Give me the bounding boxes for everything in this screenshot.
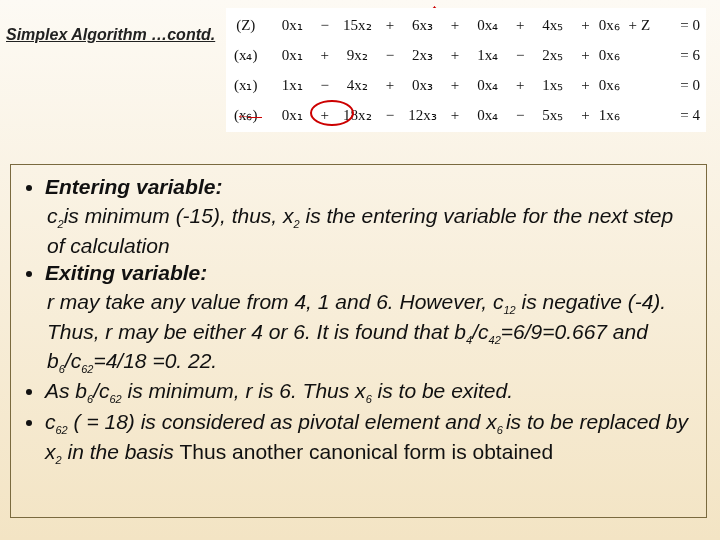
tableau-row: (x₄) 0x₁ + 9x₂ − 2x₃ + 1x₄ − 2x₅ + 0x₆ =… xyxy=(226,40,706,70)
sub: 42 xyxy=(489,334,501,346)
cell: 5x₅ xyxy=(526,106,579,124)
txt: ( = 18) is considered as pivotal element… xyxy=(68,410,497,433)
bullet-min: As b6/c62 is minimum, r is 6. Thus x6 is… xyxy=(45,377,696,406)
op: + xyxy=(384,77,396,94)
op: + xyxy=(449,47,461,64)
cell: 4x₅ xyxy=(526,16,579,34)
sub: 12 xyxy=(503,305,515,317)
basis-label: (x₄) xyxy=(226,46,266,64)
op: + xyxy=(514,17,526,34)
arrow-left-icon: ←— xyxy=(236,108,260,124)
txt: /c xyxy=(65,349,81,372)
cell: 12x₃ xyxy=(396,106,449,124)
op: − xyxy=(514,107,526,124)
cell: 0x₁ xyxy=(266,16,319,34)
rhs: = 0 xyxy=(653,17,706,34)
txt: r may take any value from 4, 1 and 6. Ho… xyxy=(47,290,503,313)
cell: 6x₃ xyxy=(396,16,449,34)
sub: 62 xyxy=(56,425,68,437)
cell: 15x₂ xyxy=(331,16,384,34)
op: + xyxy=(319,47,331,64)
bullet-exiting: Exiting variable: xyxy=(45,259,696,286)
op: + xyxy=(627,17,639,34)
bullet-entering: Entering variable: xyxy=(45,173,696,200)
cell: 1x₄ xyxy=(461,46,514,64)
pivot-circle-icon xyxy=(310,100,354,126)
cell: 1x₆ xyxy=(591,106,627,124)
cell: 0x₄ xyxy=(461,76,514,94)
rhs: = 0 xyxy=(653,77,706,94)
txt: Thus another canonical form is obtained xyxy=(180,440,554,463)
cell: 0x₃ xyxy=(396,76,449,94)
txt: /c xyxy=(93,379,109,402)
basis-label: (x₁) xyxy=(226,76,266,94)
rhs: = 4 xyxy=(653,107,706,124)
txt: in the basis xyxy=(62,440,180,463)
tableau-row: (x₁) 1x₁ − 4x₂ + 0x₃ + 0x₄ + 1x₅ + 0x₆ =… xyxy=(226,70,706,100)
cell: 1x₅ xyxy=(526,76,579,94)
op: + xyxy=(580,47,592,64)
cell: 2x₃ xyxy=(396,46,449,64)
op: − xyxy=(319,77,331,94)
txt: As b xyxy=(45,379,87,402)
basis-label: (Z) xyxy=(226,17,266,34)
sub: 6 xyxy=(497,425,506,437)
cell: 1x₁ xyxy=(266,76,319,94)
txt: is minimum, r is 6. Thus x xyxy=(122,379,366,402)
txt: c xyxy=(47,204,58,227)
op: − xyxy=(384,107,396,124)
op: − xyxy=(384,47,396,64)
txt: is minimum (-15), thus, x xyxy=(64,204,294,227)
cell: 0x₁ xyxy=(266,46,319,64)
txt: =4/18 =0. 22. xyxy=(93,349,217,372)
tableau-row-z: (Z) 0x₁ − 15x₂ + 6x₃ + 0x₄ + 4x₅ + 0x₆ +… xyxy=(226,10,706,40)
op: + xyxy=(449,17,461,34)
cell: 0x₆ xyxy=(591,46,627,64)
op: + xyxy=(449,77,461,94)
cell: 0x₄ xyxy=(461,16,514,34)
cell: 0x₆ xyxy=(591,16,627,34)
txt: c xyxy=(45,410,56,433)
txt: /c xyxy=(472,320,488,343)
op: − xyxy=(319,17,331,34)
sub: 62 xyxy=(81,364,93,376)
op: + xyxy=(449,107,461,124)
sub: 62 xyxy=(110,393,122,405)
tableau-row: (x₆) 0x₁ + 18x₂ − 12x₃ + 0x₄ − 5x₅ + 1x₆… xyxy=(226,100,706,130)
cell: 0x₆ xyxy=(591,76,627,94)
bullet-exiting-body: r may take any value from 4, 1 and 6. Ho… xyxy=(19,288,696,376)
page-title: Simplex Algorithm …contd. xyxy=(6,26,215,44)
cell: 9x₂ xyxy=(331,46,384,64)
op: + xyxy=(580,17,592,34)
txt: is to be exited. xyxy=(372,379,513,402)
bullet-head: Exiting variable: xyxy=(45,261,207,284)
bullet-entering-body: c2is minimum (-15), thus, x2 is the ente… xyxy=(19,202,696,259)
op: + xyxy=(514,77,526,94)
op: + xyxy=(384,17,396,34)
bullet-head: Entering variable: xyxy=(45,175,222,198)
cell: 2x₅ xyxy=(526,46,579,64)
op: + xyxy=(580,77,592,94)
op: − xyxy=(514,47,526,64)
rhs: = 6 xyxy=(653,47,706,64)
slide: Simplex Algorithm …contd. ↑ (Z) 0x₁ − 15… xyxy=(0,0,720,540)
cell: Z xyxy=(639,17,653,34)
bullet-box: Entering variable: c2is minimum (-15), t… xyxy=(10,164,707,518)
op: + xyxy=(580,107,592,124)
bullet-pivot: c62 ( = 18) is considered as pivotal ele… xyxy=(45,408,696,467)
simplex-tableau: (Z) 0x₁ − 15x₂ + 6x₃ + 0x₄ + 4x₅ + 0x₆ +… xyxy=(226,8,706,132)
cell: 4x₂ xyxy=(331,76,384,94)
cell: 0x₄ xyxy=(461,106,514,124)
